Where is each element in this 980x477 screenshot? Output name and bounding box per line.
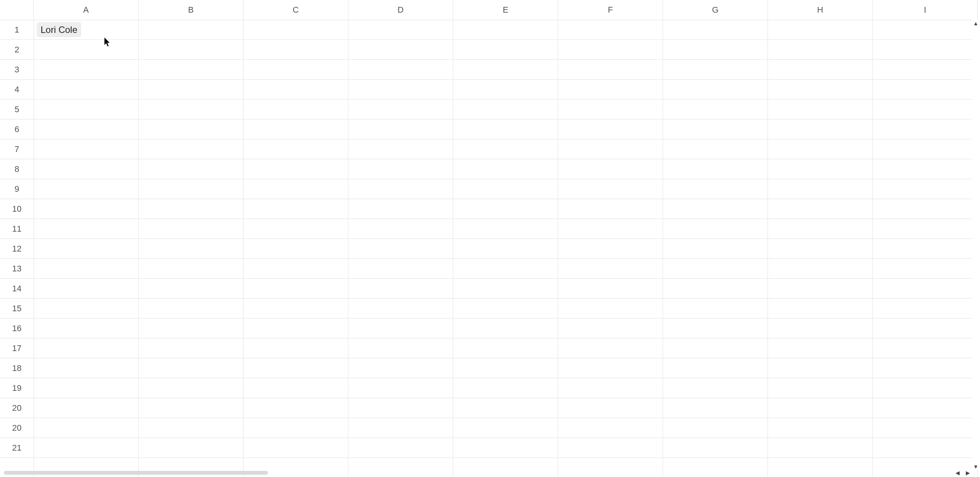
cell-H16[interactable] [768,319,873,338]
cell-A17[interactable] [34,338,139,358]
cell-E20[interactable] [453,418,558,438]
cell-E1[interactable] [453,20,558,39]
cell-D1[interactable] [348,20,453,39]
cell-D18[interactable] [348,358,453,378]
cell-D19[interactable] [348,378,453,398]
col-header-D[interactable]: D [348,0,453,20]
cell-G13[interactable] [663,259,768,278]
scroll-up-icon[interactable]: ▲ [973,20,978,27]
row-header-3[interactable]: 3 [0,60,34,80]
cell-D14[interactable] [348,279,453,298]
row-header-21[interactable]: 21 [0,438,34,458]
cell-H3[interactable] [768,60,873,79]
row-header-18[interactable]: 18 [0,358,34,378]
cell-H14[interactable] [768,279,873,298]
cell-C18[interactable] [243,358,348,378]
col-header-G[interactable]: G [663,0,768,20]
cell-C4[interactable] [243,80,348,99]
cell-A16[interactable] [34,319,139,338]
cell-C16[interactable] [243,319,348,338]
cell-G20[interactable] [663,398,768,418]
row-header-16[interactable]: 16 [0,319,34,338]
cell-E21[interactable] [453,438,558,457]
row-header-20b[interactable]: 20 [0,418,34,438]
row-header-20a[interactable]: 20 [0,398,34,418]
cell-I18[interactable] [873,358,978,378]
cell-G11[interactable] [663,219,768,238]
cell-I20[interactable] [873,398,978,418]
cell-A10[interactable] [34,199,139,219]
cell-D21[interactable] [348,438,453,457]
cell-E13[interactable] [453,259,558,278]
cell-D15[interactable] [348,299,453,318]
cell-B19[interactable] [139,378,243,398]
cell-C13[interactable] [243,259,348,278]
cell-I9[interactable] [873,179,978,199]
cell-H20[interactable] [768,398,873,418]
row-header-2[interactable]: 2 [0,40,34,60]
cell-I3[interactable] [873,60,978,79]
cell-F4[interactable] [558,80,663,99]
cell-C8[interactable] [243,159,348,179]
cell-F9[interactable] [558,179,663,199]
cell-B16[interactable] [139,319,243,338]
cell-A13[interactable] [34,259,139,278]
row-header-9[interactable]: 9 [0,179,34,199]
cell-F7[interactable] [558,139,663,159]
cell-F20[interactable] [558,398,663,418]
cell-I12[interactable] [873,239,978,258]
row-header-1[interactable]: 1 [0,20,34,40]
vertical-scrollbar[interactable]: ▲ ▼ [972,20,980,470]
cell-E10[interactable] [453,199,558,219]
cell-A7[interactable] [34,139,139,159]
col-header-H[interactable]: H [768,0,873,20]
cell-I19[interactable] [873,378,978,398]
cell-H5[interactable] [768,100,873,119]
cell-F11[interactable] [558,219,663,238]
cell-E17[interactable] [453,338,558,358]
cell-H10[interactable] [768,199,873,219]
cell-D6[interactable] [348,119,453,139]
row-header-6[interactable]: 6 [0,119,34,139]
cell-D13[interactable] [348,259,453,278]
cell-I14[interactable] [873,279,978,298]
row-header-14[interactable]: 14 [0,279,34,299]
row-header-11[interactable]: 11 [0,219,34,239]
cell-E7[interactable] [453,139,558,159]
cell-B4[interactable] [139,80,243,99]
row-header-12[interactable]: 12 [0,239,34,259]
cell-H17[interactable] [768,338,873,358]
cell-D16[interactable] [348,319,453,338]
cell-H11[interactable] [768,219,873,238]
cell-G9[interactable] [663,179,768,199]
cell-E4[interactable] [453,80,558,99]
cell-F12[interactable] [558,239,663,258]
cell-C12[interactable] [243,239,348,258]
cell-B3[interactable] [139,60,243,79]
cell-F16[interactable] [558,319,663,338]
sheet-nav-left-icon[interactable]: ◀ [956,470,960,476]
horizontal-scrollbar-thumb[interactable] [4,471,268,475]
cell-H13[interactable] [768,259,873,278]
cell-A19[interactable] [34,378,139,398]
cell-D4[interactable] [348,80,453,99]
cell-G3[interactable] [663,60,768,79]
cell-C20[interactable] [243,398,348,418]
cell-G14[interactable] [663,279,768,298]
cell-I8[interactable] [873,159,978,179]
cell-F2[interactable] [558,40,663,59]
cell-I5[interactable] [873,100,978,119]
cell-G5[interactable] [663,100,768,119]
cell-G19[interactable] [663,378,768,398]
cell-E16[interactable] [453,319,558,338]
cell-B1[interactable] [139,20,243,39]
cell-E14[interactable] [453,279,558,298]
cell-G4[interactable] [663,80,768,99]
cell-E6[interactable] [453,119,558,139]
cell-C6[interactable] [243,119,348,139]
cell-I16[interactable] [873,319,978,338]
cell-G1[interactable] [663,20,768,39]
cell-E3[interactable] [453,60,558,79]
cell-F1[interactable] [558,20,663,39]
cell-E5[interactable] [453,100,558,119]
